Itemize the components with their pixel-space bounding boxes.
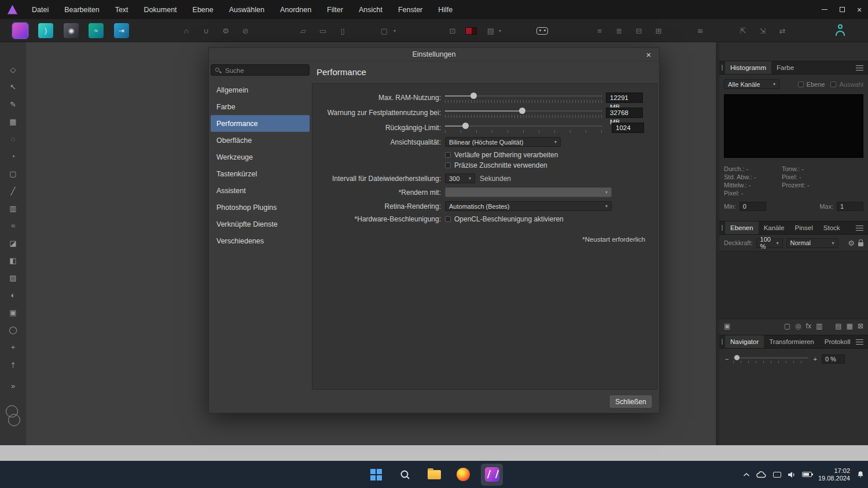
sidebar-item-verknuepfte-dienste[interactable]: Verknüpfte Dienste: [211, 216, 310, 232]
sidebar-item-allgemein[interactable]: Allgemein: [211, 82, 310, 98]
toolbar-group-icon[interactable]: ▱: [296, 24, 310, 37]
toolbar-swap-icon[interactable]: ⇄: [775, 24, 789, 37]
tab-protokoll[interactable]: Protokoll: [819, 335, 856, 348]
toolbar-reject-icon[interactable]: ⊘: [238, 24, 252, 37]
opencl-checkbox[interactable]: [445, 216, 451, 222]
account-button[interactable]: [833, 24, 848, 38]
develop-persona-button[interactable]: ◉: [64, 23, 79, 38]
sidebar-item-farbe[interactable]: Farbe: [211, 98, 310, 115]
dodge-brush-tool[interactable]: ◐: [6, 289, 20, 301]
flood-fill-tool[interactable]: ◧: [6, 254, 20, 267]
opacity-select[interactable]: 100 % ▾: [756, 238, 783, 248]
tab-ebenen[interactable]: Ebenen: [725, 221, 759, 234]
liquify-persona-button[interactable]: ): [38, 23, 53, 38]
toolbar-snapshot-icon[interactable]: ▤: [484, 24, 498, 37]
tab-transformieren[interactable]: Transformieren: [764, 335, 819, 348]
undo-limit-slider-thumb[interactable]: [462, 123, 469, 129]
dithering-checkbox[interactable]: [445, 152, 451, 158]
paint-brush-tool[interactable]: ╱: [6, 185, 20, 197]
layers-menu-icon[interactable]: [856, 225, 863, 231]
clone-brush-tool[interactable]: ▣: [6, 306, 20, 319]
fill-color-well[interactable]: [8, 414, 20, 426]
color-swatch[interactable]: [465, 27, 477, 35]
toolbar-order-icon[interactable]: ≋: [693, 24, 707, 37]
tab-kanaele[interactable]: Kanäle: [759, 221, 790, 234]
sidebar-item-performance[interactable]: Performance: [211, 115, 310, 132]
move-tool[interactable]: ↖: [6, 81, 20, 93]
zoom-value-input[interactable]: 0 %: [822, 354, 845, 364]
layer-effects-icon[interactable]: fx: [806, 322, 811, 330]
zoom-in-icon[interactable]: +: [813, 356, 816, 363]
channel-select[interactable]: Alle Kanäle ▾: [724, 79, 779, 89]
affinity-photo-taskbar-button[interactable]: [481, 464, 503, 486]
mixer-brush-tool[interactable]: ≈: [6, 220, 20, 232]
navigator-menu-icon[interactable]: [856, 339, 863, 345]
taskbar-clock[interactable]: 17:02 19.08.2024: [818, 467, 850, 482]
flood-select-tool[interactable]: ◔: [6, 150, 20, 162]
toolbar-align-right-icon[interactable]: ⊟: [632, 24, 646, 37]
selection-brush-tool[interactable]: ◌: [6, 133, 20, 145]
dialog-close-button[interactable]: ×: [643, 48, 654, 61]
search-input[interactable]: [211, 65, 309, 76]
tab-navigator[interactable]: Navigator: [725, 335, 764, 348]
disk-warning-slider[interactable]: [445, 107, 602, 115]
tab-pinsel[interactable]: Pinsel: [789, 221, 818, 234]
ram-slider[interactable]: [445, 92, 602, 100]
sidebar-item-verschiedenes[interactable]: Verschiedenes: [211, 232, 310, 249]
color-picker-tool[interactable]: ✎: [6, 98, 20, 110]
blend-mode-select[interactable]: Normal ▾: [786, 238, 838, 248]
toolbar-align-center-icon[interactable]: ≣: [612, 24, 626, 37]
zoom-slider-thumb[interactable]: [734, 355, 740, 360]
cast-display-icon[interactable]: [773, 472, 781, 478]
max-input[interactable]: 1: [837, 202, 863, 211]
disk-warning-value-input[interactable]: 32768 MB: [606, 108, 643, 118]
menu-ebene[interactable]: Ebene: [193, 6, 214, 14]
taskbar-search-button[interactable]: [394, 464, 416, 486]
menu-text[interactable]: Text: [115, 6, 128, 14]
zoom-slider[interactable]: [733, 354, 808, 364]
auswahl-checkbox[interactable]: [830, 82, 836, 87]
blend-options-gear-icon[interactable]: ⚙: [848, 239, 855, 247]
erase-brush-tool[interactable]: ◪: [6, 237, 20, 249]
toolbar-move-back-icon[interactable]: ⇲: [756, 24, 770, 37]
settings-search[interactable]: [211, 64, 310, 76]
insert-mode-chevron-icon[interactable]: ▾: [393, 28, 396, 34]
disk-warning-slider-thumb[interactable]: [519, 108, 525, 114]
tone-mapping-persona-button[interactable]: ≈: [89, 23, 104, 38]
pixel-tool[interactable]: ▥: [6, 202, 20, 215]
sidebar-item-assistent[interactable]: Assistent: [211, 182, 310, 199]
panel-grip[interactable]: [722, 65, 723, 71]
group-layers-icon[interactable]: ▤: [835, 322, 841, 330]
undo-limit-value-input[interactable]: 1024: [612, 123, 644, 133]
toolbar-settings-icon[interactable]: ⚙: [219, 24, 233, 37]
ram-slider-thumb[interactable]: [470, 93, 477, 99]
layers-list[interactable]: [719, 251, 868, 319]
blur-brush-tool[interactable]: ◯: [6, 324, 20, 336]
export-persona-button[interactable]: ⇥: [114, 23, 129, 38]
snapshot-chevron-icon[interactable]: ▾: [499, 28, 501, 34]
dialog-titlebar[interactable]: Einstellungen ×: [209, 48, 659, 61]
toolbar-align-left-icon[interactable]: ≡: [593, 24, 606, 37]
toolbar-bounds-icon[interactable]: ▯: [336, 24, 350, 37]
notifications-bell-icon[interactable]: [856, 470, 865, 479]
healing-brush-tool[interactable]: +: [6, 341, 20, 353]
crop-tool[interactable]: ▦: [6, 116, 20, 128]
duplicate-layer-icon[interactable]: ▣: [724, 322, 730, 330]
panel-grip[interactable]: [722, 339, 723, 345]
more-tools-chevron-icon[interactable]: »: [11, 382, 15, 390]
color-wells[interactable]: [5, 405, 21, 432]
close-button[interactable]: ×: [851, 0, 868, 19]
precise-clipping-checkbox[interactable]: [445, 162, 451, 168]
maximize-button[interactable]: [833, 0, 851, 19]
file-recovery-select[interactable]: 300 ▾: [445, 173, 475, 183]
toolbar-move-front-icon[interactable]: ⇱: [736, 24, 750, 37]
undo-limit-slider[interactable]: [445, 122, 602, 130]
pen-tool[interactable]: †: [6, 358, 20, 371]
menu-fenster[interactable]: Fenster: [398, 6, 422, 14]
delete-layer-icon[interactable]: ⊠: [858, 322, 863, 330]
menu-auswaehlen[interactable]: Auswählen: [229, 6, 264, 14]
new-pixel-layer-icon[interactable]: ▢: [784, 322, 790, 330]
minimize-button[interactable]: [816, 0, 833, 19]
toolbar-edit-icon[interactable]: ∪: [199, 24, 213, 37]
live-filter-icon[interactable]: ▦: [847, 322, 853, 330]
